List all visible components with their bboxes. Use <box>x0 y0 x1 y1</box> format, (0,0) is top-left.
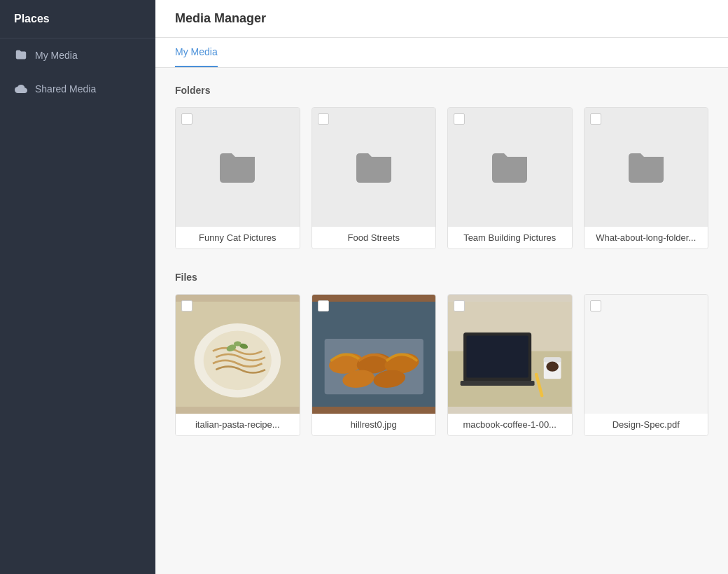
sidebar-item-my-media[interactable]: My Media <box>0 38 155 72</box>
file-thumb-4 <box>584 295 708 414</box>
folder-label-1: Funny Cat Pictures <box>176 227 300 248</box>
tabs-bar: My Media <box>155 38 728 68</box>
file-label-1: italian-pasta-recipe... <box>176 414 300 435</box>
file-checkbox-1[interactable] <box>181 300 192 312</box>
folder-thumb-2 <box>312 108 436 227</box>
sidebar: Places My Media Shared Media <box>0 0 155 574</box>
file-card-2[interactable]: hillrest0.jpg <box>312 294 437 436</box>
folder-icon <box>14 48 28 62</box>
sidebar-title: Places <box>0 0 155 38</box>
folders-section: Folders Funny Cat Pictures Foo <box>175 85 708 249</box>
folder-card-2[interactable]: Food Streets <box>312 107 437 249</box>
sidebar-item-my-media-label: My Media <box>35 50 78 61</box>
folder-card-1[interactable]: Funny Cat Pictures <box>175 107 300 249</box>
file-thumb-2 <box>312 295 436 414</box>
svg-point-2 <box>204 330 272 390</box>
folder-label-4: What-about-long-folder... <box>584 227 708 248</box>
file-checkbox-3[interactable] <box>454 300 465 312</box>
file-thumb-1 <box>176 295 300 414</box>
file-label-2: hillrest0.jpg <box>312 414 436 435</box>
sidebar-item-shared-media[interactable]: Shared Media <box>0 72 155 106</box>
file-label-4: Design-Spec.pdf <box>584 414 708 435</box>
folder-card-3[interactable]: Team Building Pictures <box>447 107 573 249</box>
cloud-icon <box>14 82 28 96</box>
folders-grid: Funny Cat Pictures Food Streets <box>175 107 708 249</box>
file-checkbox-4[interactable] <box>590 300 601 312</box>
folders-section-title: Folders <box>175 85 708 96</box>
file-card-4[interactable]: Design-Spec.pdf <box>584 294 709 436</box>
folder-card-4[interactable]: What-about-long-folder... <box>584 107 709 249</box>
file-thumb-3 <box>448 295 572 414</box>
folder-thumb-1 <box>176 108 300 227</box>
folder-thumb-3 <box>448 108 572 227</box>
file-card-1[interactable]: italian-pasta-recipe... <box>175 294 300 436</box>
svg-rect-16 <box>466 336 528 378</box>
svg-rect-17 <box>461 381 535 386</box>
file-checkbox-2[interactable] <box>318 300 329 312</box>
files-section: Files <box>175 272 708 436</box>
file-label-3: macbook-coffee-1-00... <box>448 414 572 435</box>
svg-point-20 <box>546 362 559 372</box>
sidebar-item-shared-media-label: Shared Media <box>35 83 96 94</box>
main-content: Media Manager My Media Folders Funny Cat… <box>155 0 728 574</box>
folder-checkbox-2[interactable] <box>318 113 329 125</box>
page-title: Media Manager <box>175 11 266 25</box>
folder-label-2: Food Streets <box>312 227 436 248</box>
tab-my-media[interactable]: My Media <box>175 38 218 67</box>
folder-label-3: Team Building Pictures <box>448 227 572 248</box>
svg-rect-19 <box>544 357 561 362</box>
folder-checkbox-1[interactable] <box>181 113 192 125</box>
file-card-3[interactable]: macbook-coffee-1-00... <box>447 294 573 436</box>
main-header: Media Manager <box>155 0 728 38</box>
files-section-title: Files <box>175 272 708 283</box>
files-grid: italian-pasta-recipe... <box>175 294 708 436</box>
folder-thumb-4 <box>584 108 708 227</box>
folder-checkbox-3[interactable] <box>454 113 465 125</box>
content-area: Folders Funny Cat Pictures Foo <box>155 68 728 574</box>
folder-checkbox-4[interactable] <box>590 113 601 125</box>
